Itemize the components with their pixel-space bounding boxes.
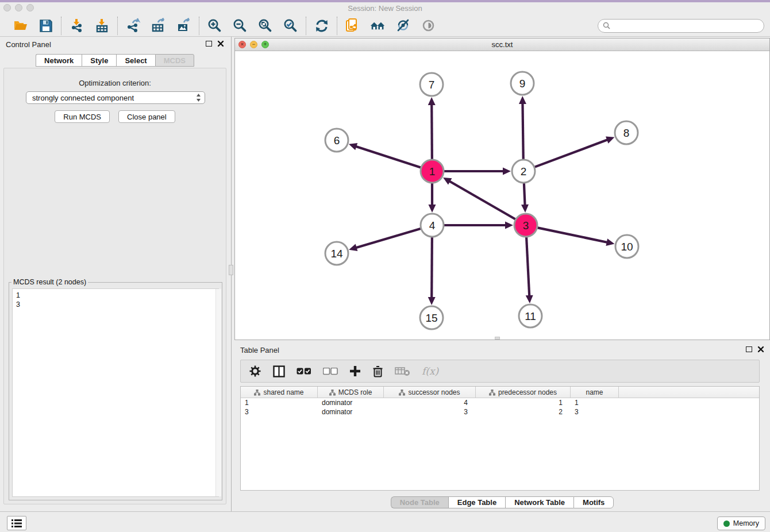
gear-icon [249,365,261,377]
select-all-rows-button[interactable] [297,368,311,375]
table-row[interactable]: 3dominator323 [241,407,759,417]
column-header-shared-name[interactable]: shared name [241,387,318,398]
table-cell[interactable]: 1 [571,398,619,407]
table-cell[interactable]: 3 [571,407,619,417]
eye-button[interactable] [421,18,436,33]
edge-3-10[interactable] [538,228,609,242]
close-table-panel-icon[interactable] [757,346,764,353]
home-button[interactable] [370,18,386,33]
column-header-successor-nodes[interactable]: successor nodes [384,387,476,398]
edge-arrowhead [503,168,511,175]
zoom-selected-button[interactable] [283,18,298,33]
table-cell[interactable]: 1 [241,398,318,407]
edge-4-15[interactable] [432,237,432,299]
edge-4-14[interactable] [355,229,421,248]
edge-arrowhead [349,244,357,251]
delete-table-button[interactable] [395,367,410,376]
float-panel-icon[interactable] [206,41,212,47]
node-table-header[interactable]: shared nameMCDS rolesuccessor nodesprede… [241,387,759,398]
zoom-fit-button[interactable] [257,18,273,33]
control-tab-mcds[interactable]: MCDS [155,54,194,67]
run-mcds-button[interactable]: Run MCDS [55,110,110,123]
result-scrollbar[interactable] [215,289,221,496]
network-graph[interactable]: 7968124314101511 [235,51,769,340]
open-session-button[interactable] [13,18,28,33]
network-resize-grip[interactable] [495,337,500,340]
table-panel-tabs[interactable]: Node TableEdge TableNetwork TableMotifs [234,496,770,508]
export-table-button[interactable] [151,18,166,33]
add-column-button[interactable] [349,365,361,377]
eye-icon [421,18,436,33]
task-history-button[interactable] [7,516,26,530]
table-cell[interactable]: 1 [476,398,571,407]
table-tab-network-table[interactable]: Network Table [505,496,573,508]
edge-arrowhead [349,143,357,150]
mcds-result-title: MCDS result (2 nodes) [11,278,88,286]
table-cell[interactable]: 3 [241,407,318,417]
search-icon [603,22,611,30]
mcds-result-text[interactable]: 1 3 [12,288,219,497]
zoom-out-button[interactable] [232,18,248,33]
float-table-panel-icon[interactable] [746,346,752,352]
node-label-4: 4 [429,219,436,232]
export-image-button[interactable] [176,18,191,33]
network-canvas[interactable]: 7968124314101511 [235,51,769,340]
attribute-tree-icon [329,390,336,396]
attribute-tree-icon [489,390,495,396]
table-cell[interactable]: 4 [384,398,476,407]
edge-1-7[interactable] [432,103,432,159]
edge-3-1[interactable] [449,180,515,219]
column-header-name[interactable]: name [571,387,619,398]
close-panel-button[interactable]: Close panel [118,110,175,123]
table-tab-edge-table[interactable]: Edge Table [448,496,505,508]
select-stepper-icon [196,93,201,102]
deselect-all-rows-button[interactable] [323,368,338,375]
node-table[interactable]: shared nameMCDS rolesuccessor nodesprede… [240,386,760,491]
function-builder-button[interactable]: f(x) [422,365,438,377]
checked-boxes-icon [297,368,311,375]
import-table-button[interactable] [94,18,110,33]
edge-2-8[interactable] [535,140,609,167]
save-session-button[interactable] [38,18,53,33]
table-cell[interactable]: 2 [476,407,571,417]
control-panel-tabs[interactable]: NetworkStyleSelectMCDS [0,54,230,67]
edge-3-11[interactable] [526,237,529,297]
search-input[interactable] [611,22,764,30]
table-settings-button[interactable] [249,365,261,377]
export-image-icon [176,18,191,33]
control-tab-select[interactable]: Select [116,54,155,67]
duplicate-network-button[interactable] [345,18,360,33]
table-cell[interactable]: 3 [384,407,476,417]
table-cell[interactable]: dominator [318,398,384,407]
toggle-column-view-button[interactable] [273,365,285,377]
control-panel-header: Control Panel [0,37,230,53]
attribute-tree-icon [254,390,260,396]
column-header-predecessor-nodes[interactable]: predecessor nodes [476,387,571,398]
edge-2-3[interactable] [524,183,525,206]
close-panel-icon[interactable] [217,40,224,47]
memory-button[interactable]: Memory [717,516,765,530]
network-window-titlebar[interactable]: × − + scc.txt [235,38,769,51]
edge-2-9[interactable] [522,102,523,159]
table-row[interactable]: 1dominator411 [241,398,759,407]
control-tab-style[interactable]: Style [82,54,116,67]
export-network-button[interactable] [125,18,141,33]
table-tab-motifs[interactable]: Motifs [573,496,614,508]
delete-column-button[interactable] [372,365,383,377]
zoom-in-button[interactable] [207,18,222,33]
edge-1-6[interactable] [355,146,421,167]
zoom-group [199,18,306,33]
column-header-mcds-role[interactable]: MCDS role [318,387,384,398]
search-box[interactable] [598,19,764,33]
table-tab-node-table[interactable]: Node Table [391,496,448,508]
import-network-button[interactable] [69,18,84,33]
control-tab-network[interactable]: Network [36,54,82,67]
table-cell[interactable]: dominator [318,407,384,417]
zoom-selected-icon [283,18,298,33]
hide-glasses-button[interactable] [395,18,411,33]
node-table-body[interactable]: 1dominator4113dominator323 [241,398,759,417]
fx-icon: f(x) [422,365,438,377]
refresh-layout-button[interactable] [314,18,329,33]
optimization-criterion-select[interactable]: strongly connected component [26,91,205,104]
panel-divider-grip[interactable] [229,265,233,275]
